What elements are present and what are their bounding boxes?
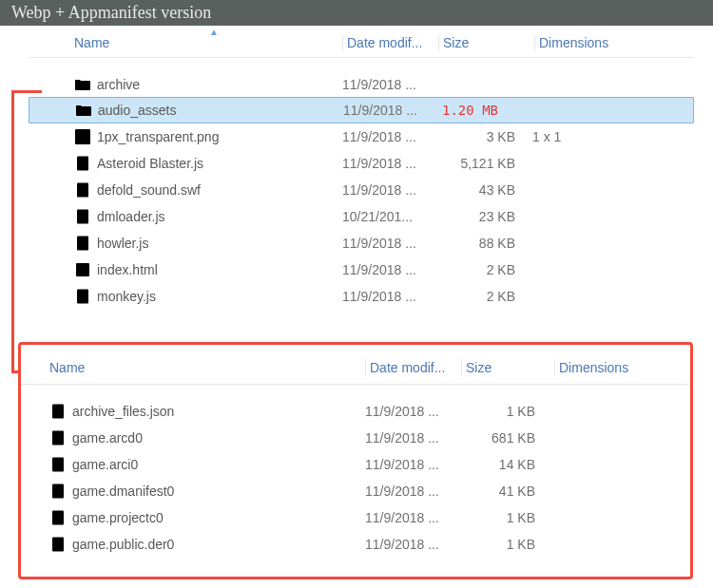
file-name-cell: 1px_transparent.png [29, 128, 342, 145]
window-title: Webp + Appmanifest version [0, 0, 713, 26]
file-name-cell: game.arci0 [21, 456, 365, 473]
file-size-cell: 3 KB [437, 129, 532, 144]
file-name-label: archive [97, 77, 140, 92]
column-header-size[interactable]: Size [439, 35, 534, 50]
column-header-name[interactable]: Name [21, 360, 365, 375]
file-size-cell: 41 KB [460, 484, 552, 499]
file-size-cell: 1 KB [460, 537, 552, 552]
file-name-cell: dmloader.js [29, 208, 342, 225]
file-icon [49, 483, 67, 500]
image-icon [74, 128, 91, 145]
script-icon [74, 208, 91, 225]
file-size-cell: 43 KB [437, 182, 532, 198]
file-name-label: howler.js [97, 236, 148, 251]
file-row[interactable]: game.arcd011/9/2018 ...681 KB [21, 425, 690, 451]
file-size-cell: 88 KB [437, 236, 532, 251]
file-row[interactable]: audio_assets11/9/2018 ...1.20 MB [29, 97, 694, 123]
file-name-label: game.dmanifest0 [72, 484, 174, 499]
file-row[interactable]: defold_sound.swf11/9/2018 ...43 KB [29, 177, 694, 203]
file-name-label: game.arci0 [72, 457, 138, 472]
file-date-cell: 10/21/201... [342, 209, 437, 224]
file-size-cell: 5,121 KB [437, 156, 532, 171]
callout-connector [11, 90, 14, 372]
file-date-cell: 11/9/2018 ... [342, 182, 437, 198]
sort-ascending-icon: ▲ [209, 27, 219, 37]
file-list-top: ▲ Name Date modif... Size Dimensions arc… [29, 28, 694, 310]
file-size-cell: 14 KB [460, 457, 552, 472]
column-header-name[interactable]: Name [29, 35, 342, 50]
file-name-cell: game.public.der0 [21, 536, 365, 553]
file-row[interactable]: game.public.der011/9/2018 ...1 KB [21, 531, 690, 558]
file-name-label: game.public.der0 [72, 537, 174, 552]
file-name-label: monkey.js [97, 289, 156, 304]
file-rows: archive11/9/2018 ...audio_assets11/9/201… [29, 58, 694, 310]
file-icon [49, 536, 67, 553]
file-date-cell: 11/9/2018 ... [365, 404, 460, 419]
file-name-cell: game.arcd0 [21, 429, 365, 446]
script-icon [74, 155, 91, 172]
file-size-cell: 1 KB [460, 404, 552, 419]
file-date-cell: 11/9/2018 ... [342, 236, 437, 251]
file-row[interactable]: game.projectc011/9/2018 ...1 KB [21, 504, 690, 531]
file-row[interactable]: Asteroid Blaster.js11/9/2018 ...5,121 KB [29, 150, 694, 177]
file-name-cell: archive_files.json [21, 403, 365, 420]
column-header-size[interactable]: Size [462, 360, 554, 375]
file-row[interactable]: index.html11/9/2018 ...2 KB [29, 256, 694, 283]
script-icon [74, 235, 91, 252]
file-name-label: game.arcd0 [72, 430, 143, 446]
file-date-cell: 11/9/2018 ... [365, 457, 460, 472]
column-header-dimensions[interactable]: Dimensions [555, 360, 690, 375]
file-name-label: archive_files.json [72, 404, 174, 419]
file-name-label: 1px_transparent.png [97, 129, 219, 144]
column-header-date[interactable]: Date modif... [343, 35, 438, 50]
file-name-cell: howler.js [29, 235, 342, 252]
file-row[interactable]: dmloader.js10/21/201...23 KB [29, 203, 694, 230]
folder-icon [75, 102, 92, 119]
file-date-cell: 11/9/2018 ... [365, 484, 460, 499]
html-icon [74, 261, 91, 278]
file-icon [49, 429, 67, 446]
file-size-cell: 23 KB [437, 209, 532, 224]
file-dimensions-cell: 1 x 1 [532, 129, 694, 144]
file-row[interactable]: monkey.js11/9/2018 ...2 KB [29, 283, 694, 310]
file-date-cell: 11/9/2018 ... [342, 289, 437, 304]
file-name-cell: defold_sound.swf [29, 181, 342, 199]
file-row[interactable]: game.dmanifest011/9/2018 ...41 KB [21, 478, 690, 504]
file-name-label: dmloader.js [97, 209, 165, 224]
file-size-cell: 681 KB [460, 430, 552, 446]
file-row[interactable]: archive_files.json11/9/2018 ...1 KB [21, 398, 690, 425]
file-icon [49, 456, 67, 473]
file-name-cell: index.html [29, 261, 342, 278]
file-name-label: game.projectc0 [72, 510, 164, 525]
file-name-cell: monkey.js [29, 288, 342, 305]
file-date-cell: 11/9/2018 ... [342, 156, 437, 171]
file-name-label: defold_sound.swf [97, 182, 201, 198]
doc-icon [49, 403, 67, 420]
file-row[interactable]: game.arci011/9/2018 ...14 KB [21, 451, 690, 478]
file-row[interactable]: 1px_transparent.png11/9/2018 ...3 KB1 x … [29, 123, 694, 150]
file-size-cell: 1 KB [460, 510, 552, 525]
column-header-dimensions[interactable]: Dimensions [535, 35, 694, 50]
file-name-label: audio_assets [98, 103, 177, 118]
file-rows: archive_files.json11/9/2018 ...1 KBgame.… [21, 385, 690, 558]
file-size-cell: 2 KB [437, 262, 532, 277]
file-name-label: Asteroid Blaster.js [97, 156, 203, 171]
column-header-row: Name Date modif... Size Dimensions [21, 345, 690, 385]
file-date-cell: 11/9/2018 ... [365, 430, 460, 446]
file-row[interactable]: archive11/9/2018 ... [29, 71, 694, 98]
window-title-label: Webp + Appmanifest version [11, 3, 211, 23]
file-name-cell: archive [29, 76, 342, 93]
file-size-cell: 2 KB [437, 289, 532, 304]
file-date-cell: 11/9/2018 ... [342, 129, 437, 144]
file-name-cell: game.projectc0 [21, 509, 365, 526]
file-name-label: index.html [97, 262, 158, 277]
file-name-cell: Asteroid Blaster.js [29, 155, 342, 172]
doc-icon [74, 181, 91, 199]
file-name-cell: game.dmanifest0 [21, 483, 365, 500]
file-row[interactable]: howler.js11/9/2018 ...88 KB [29, 230, 694, 256]
file-size-cell: 1.20 MB [438, 103, 533, 118]
file-name-cell: audio_assets [29, 102, 343, 119]
script-icon [74, 288, 91, 305]
folder-icon [74, 76, 91, 93]
column-header-date[interactable]: Date modif... [366, 360, 461, 375]
